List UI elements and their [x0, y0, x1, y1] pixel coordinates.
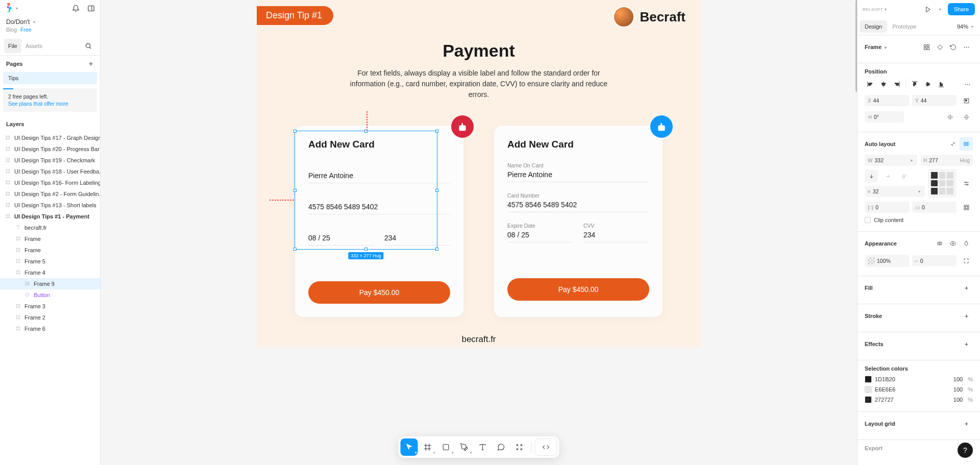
position-x-input[interactable]: X44	[865, 95, 909, 106]
visibility-button[interactable]	[946, 237, 960, 250]
align-more-button[interactable]	[962, 79, 973, 90]
team-dropdown[interactable]: RELSOFT ▾	[863, 7, 887, 12]
align-right-button[interactable]	[891, 79, 902, 90]
individual-corners-button[interactable]	[960, 254, 973, 267]
comment-tool[interactable]	[493, 438, 510, 456]
thumbs-up-badge	[650, 115, 673, 138]
autolayout-remove-button[interactable]	[946, 137, 960, 151]
layer-row[interactable]: UI Design Tips #20 - Progress Bar	[0, 143, 100, 155]
plan-badge[interactable]: Free	[20, 27, 32, 33]
pay-button[interactable]: Pay $450.00	[507, 278, 649, 301]
clip-content-checkbox[interactable]: Clip content	[865, 217, 903, 223]
help-button[interactable]: ?	[958, 443, 973, 458]
padding-v-input[interactable]: ▭0	[912, 202, 957, 213]
shape-tool[interactable]: ▾	[437, 438, 455, 456]
variable-button[interactable]	[960, 237, 973, 250]
layer-row[interactable]: Frame	[0, 233, 100, 244]
notifications-button[interactable]	[71, 4, 80, 12]
add-stroke-button[interactable]	[960, 309, 973, 323]
canvas[interactable]: Design Tip #1 Becraft Payment For text f…	[101, 0, 857, 465]
card-do[interactable]: Add New Card Name On Card Pierre Antoine…	[494, 126, 663, 317]
tab-design[interactable]: Design	[860, 20, 887, 33]
reset-button[interactable]	[946, 40, 960, 54]
canvas-scrollbar[interactable]	[854, 0, 857, 465]
more-button[interactable]	[960, 40, 973, 54]
add-layout-grid-button[interactable]	[960, 417, 973, 430]
zoom-control[interactable]: 94% ▾	[957, 23, 975, 30]
file-name[interactable]: Do/Don't▾	[0, 16, 100, 26]
tab-file[interactable]: File	[4, 39, 21, 53]
align-top-button[interactable]	[909, 79, 920, 90]
share-button[interactable]: Share	[948, 3, 975, 15]
layer-row[interactable]: Frame 2	[0, 312, 100, 323]
align-left-button[interactable]	[865, 79, 876, 90]
dev-mode-toggle[interactable]	[535, 438, 557, 456]
tab-prototype[interactable]: Prototype	[892, 18, 916, 35]
artboard[interactable]: Design Tip #1 Becraft Payment For text f…	[257, 0, 701, 348]
page-item[interactable]: Tips	[3, 72, 97, 84]
flip-h-button[interactable]	[943, 110, 957, 124]
layer-row[interactable]: UI Design Tips #17 - Graph Design	[0, 132, 100, 143]
search-button[interactable]	[81, 38, 96, 54]
corner-radius-input[interactable]: ⌐0	[912, 255, 957, 266]
layer-row[interactable]: UI Design Tips #2 - Form Guidelin...	[0, 188, 100, 200]
add-effect-button[interactable]	[960, 337, 973, 351]
layer-row[interactable]: UI Design Tips #13 - Short labels	[0, 200, 100, 211]
actions-tool[interactable]	[511, 438, 528, 456]
selection-color-row[interactable]: 1D1B20100%	[865, 376, 973, 383]
chevron-down-icon[interactable]: ▾	[938, 7, 943, 12]
padding-individual-button[interactable]	[960, 201, 973, 214]
position-y-input[interactable]: Y44	[912, 95, 957, 106]
width-input[interactable]: W332▾	[865, 155, 917, 166]
layer-row[interactable]: Frame 4	[0, 267, 100, 278]
text-tool[interactable]	[474, 438, 492, 456]
layer-row[interactable]: Frame	[0, 244, 100, 256]
chevron-down-icon: ▾	[883, 45, 888, 50]
frame-type-dropdown[interactable]: Frame ▾	[865, 44, 888, 50]
direction-horizontal-button[interactable]	[881, 169, 894, 183]
padding-h-input[interactable]: |□|0	[865, 202, 909, 213]
toggle-sidebar-button[interactable]	[87, 4, 95, 12]
rotation-input[interactable]: ⟲0°	[865, 111, 904, 123]
component-button[interactable]	[920, 40, 933, 54]
layer-row[interactable]: UI Design Tips #1 - Payment	[0, 211, 100, 222]
pay-button[interactable]: Pay $450.00	[308, 281, 450, 304]
layer-row[interactable]: Button	[0, 289, 100, 301]
see-plans-link[interactable]: See plans that offer more	[8, 101, 92, 107]
layer-row[interactable]: UI Design Tips #16- Form Labeling	[0, 177, 100, 188]
direction-wrap-button[interactable]	[897, 169, 911, 183]
layer-row[interactable]: becraft.fr	[0, 222, 100, 233]
align-bottom-button[interactable]	[936, 79, 947, 90]
pen-tool[interactable]: ▾	[456, 438, 473, 456]
add-fill-button[interactable]	[960, 281, 973, 295]
direction-vertical-button[interactable]	[865, 169, 878, 183]
add-page-button[interactable]	[88, 61, 94, 67]
gap-input[interactable]: ≡32▾	[865, 186, 925, 197]
frame-tool[interactable]: ▾	[419, 438, 436, 456]
move-tool[interactable]: ▾	[401, 438, 418, 456]
layer-row[interactable]: UI Design Tips #19 - Checkmark	[0, 155, 100, 166]
main-menu-button[interactable]: ▾	[5, 3, 19, 13]
selection-color-row[interactable]: E6E6E6100%	[865, 386, 973, 393]
layer-row[interactable]: Frame 9	[0, 278, 100, 289]
align-hcenter-button[interactable]	[878, 79, 889, 90]
selection-color-row[interactable]: 272727100%	[865, 396, 973, 403]
autolayout-add-button[interactable]	[960, 137, 973, 151]
absolute-position-button[interactable]	[960, 94, 973, 107]
present-button[interactable]	[924, 5, 933, 13]
team-name[interactable]: Blog	[6, 27, 17, 33]
layer-row[interactable]: Frame 3	[0, 301, 100, 312]
alignment-grid[interactable]	[928, 169, 957, 198]
layer-row[interactable]: Frame 5	[0, 256, 100, 267]
opacity-input[interactable]: 100%	[865, 255, 909, 267]
tab-assets[interactable]: Assets	[21, 39, 46, 53]
card-dont[interactable]: Add New Card Pierre Antoine 4575 8546 54…	[295, 126, 463, 317]
instance-button[interactable]	[933, 40, 946, 54]
autolayout-settings-button[interactable]	[960, 177, 973, 190]
layer-row[interactable]: Frame 6	[0, 323, 100, 334]
flip-v-button[interactable]	[960, 110, 973, 124]
layer-row[interactable]: UI Design Tips #18 - User Feedba...	[0, 166, 100, 177]
height-input[interactable]: H277Hug	[920, 155, 973, 166]
align-vcenter-button[interactable]	[922, 79, 934, 90]
blend-mode-button[interactable]	[933, 237, 946, 250]
